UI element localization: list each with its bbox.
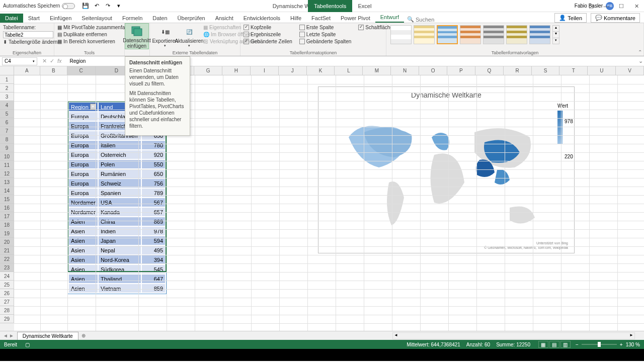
- table-cell[interactable]: Europa: [69, 189, 98, 197]
- row-header-17[interactable]: 17: [0, 212, 14, 221]
- gallery-up-icon[interactable]: ▲: [553, 26, 559, 31]
- row-header-12[interactable]: 12: [0, 169, 14, 178]
- banded-cols-checkbox[interactable]: Gebänderte Spalten: [299, 38, 352, 45]
- row-header-24[interactable]: 24: [0, 272, 14, 281]
- close-icon[interactable]: ✕: [629, 0, 644, 12]
- table-cell[interactable]: 495: [142, 246, 165, 254]
- zoom-in-icon[interactable]: +: [620, 342, 623, 347]
- expand-formula-bar-icon[interactable]: ⌄: [637, 58, 644, 64]
- tab-powerpivot[interactable]: Power Pivot: [336, 14, 375, 23]
- maximize-icon[interactable]: ☐: [614, 0, 629, 12]
- col-header-A[interactable]: A: [14, 66, 40, 75]
- normal-view-icon[interactable]: ▦: [538, 341, 548, 348]
- table-cell[interactable]: Europa: [69, 169, 98, 178]
- first-col-checkbox[interactable]: Erste Spalte: [299, 24, 352, 31]
- table-cell[interactable]: Vietnam: [99, 284, 141, 293]
- row-header-1[interactable]: 1: [0, 75, 14, 84]
- col-header-G[interactable]: G: [194, 66, 222, 75]
- spreadsheet-grid[interactable]: ABCDEFGHIJKLMNOPQRSTUV 12345678910111213…: [0, 66, 644, 331]
- tab-entwicklertools[interactable]: Entwicklertools: [238, 14, 285, 23]
- insert-slicer-button[interactable]: Datenschnitt einfügen: [125, 23, 149, 49]
- row-header-13[interactable]: 13: [0, 178, 14, 187]
- macro-record-icon[interactable]: ▢: [25, 342, 30, 347]
- col-header-N[interactable]: N: [391, 66, 419, 75]
- table-cell[interactable]: 859: [142, 284, 165, 293]
- row-header-10[interactable]: 10: [0, 152, 14, 161]
- col-header-K[interactable]: K: [307, 66, 335, 75]
- table-style-5[interactable]: [483, 25, 504, 44]
- share-button[interactable]: 👤 Teilen: [554, 13, 587, 23]
- table-cell[interactable]: Asien: [69, 227, 98, 235]
- banded-rows-checkbox[interactable]: Gebänderte Zeilen: [244, 38, 292, 45]
- tab-daten[interactable]: Daten: [147, 14, 172, 23]
- add-sheet-button[interactable]: ⊕: [78, 333, 89, 338]
- col-header-R[interactable]: R: [504, 66, 532, 75]
- row-header-22[interactable]: 22: [0, 255, 14, 263]
- row-header-16[interactable]: 16: [0, 204, 14, 212]
- col-header-M[interactable]: M: [363, 66, 391, 75]
- row-header-9[interactable]: 9: [0, 144, 14, 152]
- table-cell[interactable]: Nord-Korea: [99, 255, 141, 264]
- table-cell[interactable]: China: [99, 217, 141, 226]
- undo-icon[interactable]: ↶: [93, 3, 100, 10]
- table-style-7[interactable]: [529, 25, 550, 44]
- tab-formeln[interactable]: Formeln: [117, 14, 147, 23]
- table-cell[interactable]: Nepal: [99, 246, 141, 254]
- col-header-L[interactable]: L: [335, 66, 363, 75]
- table-cell[interactable]: 394: [142, 255, 165, 264]
- gallery-more-icon[interactable]: ▾: [553, 38, 559, 44]
- table-cell[interactable]: 647: [142, 275, 165, 283]
- row-header-20[interactable]: 20: [0, 238, 14, 246]
- tab-seitenlayout[interactable]: Seitenlayout: [76, 14, 117, 23]
- minimize-icon[interactable]: —: [599, 0, 614, 12]
- col-header-I[interactable]: I: [251, 66, 279, 75]
- tab-start[interactable]: Start: [23, 14, 45, 23]
- sheet-nav-next-icon[interactable]: ►: [9, 333, 14, 338]
- last-col-checkbox[interactable]: Letzte Spalte: [299, 31, 352, 38]
- table-style-6[interactable]: [506, 25, 527, 44]
- table-cell[interactable]: USA: [99, 198, 141, 207]
- autosave-toggle[interactable]: Automatisches Speichern: [3, 3, 75, 9]
- row-header-29[interactable]: 29: [0, 315, 14, 323]
- header-row-checkbox[interactable]: Kopfzeile: [244, 24, 292, 31]
- col-header-T[interactable]: T: [559, 66, 588, 75]
- tab-hilfe[interactable]: Hilfe: [285, 14, 306, 23]
- gallery-down-icon[interactable]: ▼: [553, 31, 559, 37]
- row-header-21[interactable]: 21: [0, 246, 14, 255]
- col-header-C[interactable]: C: [67, 66, 96, 75]
- table-styles-gallery[interactable]: ▲ ▼ ▾: [389, 24, 640, 45]
- row-header-18[interactable]: 18: [0, 221, 14, 229]
- qat-customize-icon[interactable]: ▾: [115, 3, 122, 10]
- col-header-P[interactable]: P: [447, 66, 475, 75]
- sheet-tab[interactable]: Dynamische Weltkarte: [17, 332, 78, 340]
- zoom-out-icon[interactable]: −: [576, 342, 579, 347]
- row-header-15[interactable]: 15: [0, 195, 14, 204]
- row-header-2[interactable]: 2: [0, 84, 14, 93]
- sheet-nav-prev-icon[interactable]: ◄: [3, 333, 8, 338]
- col-header-J[interactable]: J: [279, 66, 307, 75]
- table-cell[interactable]: 978: [142, 227, 165, 235]
- table-cell[interactable]: 650: [142, 169, 165, 178]
- table-cell[interactable]: Italien: [99, 141, 141, 149]
- table-cell[interactable]: Europa: [69, 150, 98, 159]
- tab-einfuegen[interactable]: Einfügen: [45, 14, 76, 23]
- row-header-14[interactable]: 14: [0, 187, 14, 195]
- map-chart[interactable]: Dynamische Weltkarte Wert 978 220: [318, 86, 575, 253]
- row-header-6[interactable]: 6: [0, 118, 14, 127]
- table-cell[interactable]: Europa: [69, 122, 98, 130]
- table-cell[interactable]: Asien: [69, 246, 98, 254]
- row-header-3[interactable]: 3: [0, 93, 14, 101]
- col-header-O[interactable]: O: [419, 66, 447, 75]
- page-break-view-icon[interactable]: ▥: [560, 341, 571, 348]
- summarize-pivot-button[interactable]: ▦ Mit PivotTable zusammenfassen: [57, 24, 135, 31]
- total-row-checkbox[interactable]: Ergebniszeile: [244, 31, 292, 38]
- table-cell[interactable]: 869: [142, 217, 165, 226]
- ribbon-display-icon[interactable]: ▢: [584, 0, 599, 12]
- redo-icon[interactable]: ↷: [104, 3, 111, 10]
- page-layout-view-icon[interactable]: ▤: [549, 341, 559, 348]
- row-header-5[interactable]: 5: [0, 110, 14, 118]
- row-header-23[interactable]: 23: [0, 263, 14, 272]
- table-cell[interactable]: Europa: [69, 112, 98, 121]
- col-header-U[interactable]: U: [588, 66, 616, 75]
- table-cell[interactable]: 567: [142, 198, 165, 207]
